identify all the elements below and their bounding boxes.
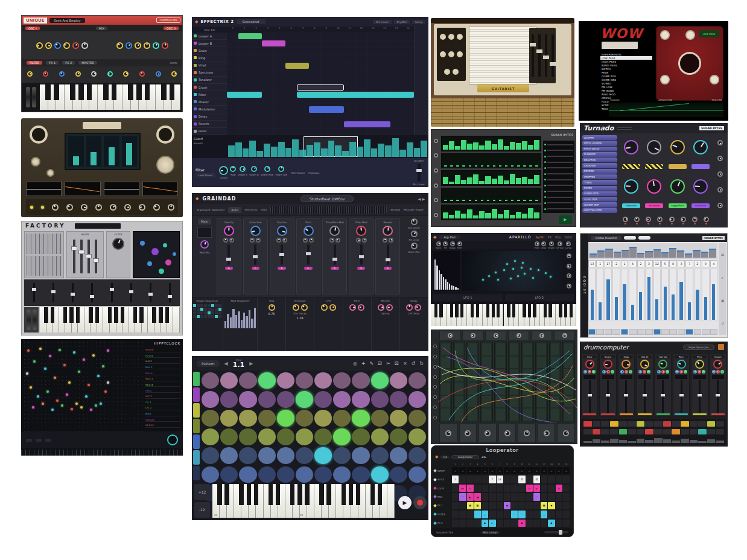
step-cell[interactable]: ≈ (556, 467, 562, 474)
piano-black-key[interactable] (460, 304, 463, 317)
step-column[interactable] (710, 269, 717, 320)
lane-cell[interactable] (468, 396, 477, 408)
effect-slot-button[interactable]: FILTER (582, 186, 617, 191)
strip-knob[interactable] (95, 204, 102, 211)
trigger-step[interactable] (211, 304, 214, 307)
sequence-block[interactable] (297, 84, 344, 91)
side-knob[interactable] (567, 273, 571, 278)
node-dot[interactable] (46, 390, 49, 393)
step-button[interactable] (690, 429, 698, 434)
step-value[interactable]: 4 (629, 260, 636, 267)
lane-cell[interactable] (510, 383, 519, 395)
pad-circle[interactable] (371, 428, 389, 445)
octave-up-button[interactable]: +12 (194, 484, 210, 500)
unique-controllers-button[interactable]: CONTROLLERS (156, 18, 180, 23)
side-row[interactable] (544, 156, 573, 158)
matrix-dot[interactable] (165, 259, 171, 266)
side-row[interactable] (544, 167, 573, 169)
step-cell[interactable] (563, 511, 570, 518)
step-button[interactable] (672, 421, 680, 427)
step-column[interactable] (702, 269, 709, 320)
unique-knob[interactable] (72, 42, 79, 49)
pad-circle[interactable] (296, 391, 313, 408)
pad-circle[interactable] (352, 447, 369, 464)
step-cell[interactable] (511, 485, 518, 492)
wow-knob-4[interactable] (710, 75, 719, 84)
column-knob[interactable] (224, 226, 234, 236)
step-cell[interactable]: ◣ (467, 493, 474, 500)
step-cell[interactable] (526, 502, 533, 509)
matrix-dot[interactable] (173, 252, 176, 256)
module-knob[interactable] (471, 333, 475, 338)
consequence-piano-keyboard[interactable]: C1 C2 (212, 484, 395, 518)
row-tab[interactable] (193, 387, 200, 402)
step-cell[interactable]: ▦ (467, 502, 474, 509)
pad-circle[interactable] (333, 391, 351, 408)
lane-cell[interactable] (455, 357, 464, 369)
trigger-step[interactable] (208, 315, 211, 318)
piano-black-key[interactable] (133, 307, 138, 323)
tool-button[interactable]: ↺ (412, 361, 416, 366)
node-dot[interactable] (39, 348, 42, 350)
lane-cell[interactable] (551, 409, 560, 421)
piano-black-key[interactable] (87, 84, 92, 100)
effectrix-preset-display[interactable]: Screenshot (237, 19, 265, 24)
mini-knob[interactable] (702, 370, 705, 374)
mixer-slider[interactable] (538, 34, 541, 77)
pad-circle[interactable] (314, 410, 332, 427)
tool-button[interactable]: ⚄ (395, 361, 399, 366)
lane-cell[interactable] (482, 383, 491, 395)
piano-black-key[interactable] (224, 484, 229, 505)
big-output-knob[interactable] (156, 156, 174, 174)
dry-wet-label[interactable]: Dry/Wet (394, 20, 410, 24)
step-button[interactable] (601, 421, 609, 427)
step-cell[interactable]: ≈ (482, 467, 488, 474)
step-cell[interactable] (474, 485, 481, 492)
step-cell[interactable]: ≈ (474, 467, 481, 474)
unique-knob[interactable] (91, 71, 97, 77)
fader[interactable] (150, 283, 151, 302)
effect-tile[interactable] (691, 164, 710, 169)
side-row[interactable] (544, 173, 573, 175)
pad-circle[interactable] (220, 372, 238, 389)
filter-knob[interactable] (240, 166, 246, 172)
gate-cell[interactable] (653, 329, 661, 335)
step-cell[interactable] (482, 502, 488, 509)
lane-cell[interactable] (482, 396, 491, 408)
step-button[interactable] (681, 421, 689, 427)
unique-knob[interactable] (139, 71, 145, 77)
piano-black-key[interactable] (76, 307, 80, 323)
lane-cell[interactable] (564, 396, 573, 408)
trigger-step[interactable] (218, 304, 221, 307)
synth-knob[interactable] (541, 241, 546, 246)
effectrix-effect-row[interactable]: Reverb (192, 121, 227, 128)
step-cell[interactable] (497, 485, 503, 492)
piano-black-key[interactable] (63, 307, 68, 323)
lane-cell[interactable] (496, 396, 505, 408)
mod-wheel[interactable] (33, 310, 37, 330)
pad-circle[interactable] (277, 447, 294, 464)
column-knob[interactable] (250, 226, 261, 236)
tab-env[interactable]: Env (553, 235, 562, 239)
slider-cap[interactable] (332, 258, 337, 261)
mini-knob[interactable] (625, 370, 628, 374)
row-tab[interactable] (193, 466, 200, 480)
piano-black-key[interactable] (523, 304, 526, 317)
module[interactable] (478, 424, 497, 443)
hold-label[interactable]: Hold (261, 208, 267, 211)
side-knob[interactable] (717, 140, 723, 145)
strip-knob[interactable] (110, 204, 116, 211)
step-value[interactable]: 2 (694, 260, 701, 267)
play-button[interactable]: ▶ (559, 215, 572, 224)
piano-black-key[interactable] (44, 307, 48, 323)
orbit-pad[interactable] (462, 251, 562, 291)
channel-knob[interactable] (713, 360, 722, 369)
jack[interactable] (434, 153, 438, 158)
step-cell[interactable]: ≈ (511, 467, 518, 474)
effectrix-effect-row[interactable]: Delay (192, 113, 227, 121)
fader-cap[interactable] (168, 295, 172, 298)
step-cell[interactable] (482, 485, 488, 492)
pad-circle[interactable] (296, 410, 313, 427)
header-button-2[interactable] (638, 236, 650, 240)
step-cell[interactable] (563, 520, 570, 527)
